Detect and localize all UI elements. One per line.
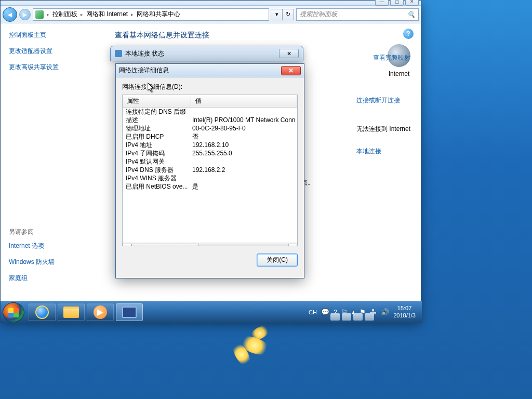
property-value: [192, 157, 296, 166]
property-value: 192.168.2.2: [192, 166, 296, 174]
close-window-button[interactable]: ✕: [405, 0, 419, 6]
property-value: 255.255.255.0: [192, 149, 296, 157]
property-name: IPv4 子网掩码: [124, 149, 192, 157]
nav-toolbar: ◄ ► ▸ 控制面板 ▸ 网络和 Internet ▸ 网络和共享中心 ▾ ↻ …: [1, 6, 421, 23]
vm-disk-icon[interactable]: [330, 313, 340, 321]
address-dropdown-button[interactable]: ▾: [271, 9, 283, 20]
details-property-list[interactable]: 属性 值 连接特定的 DNS 后缀描述Intel(R) PRO/1000 MT …: [122, 95, 298, 246]
property-name: 连接特定的 DNS 后缀: [124, 108, 192, 116]
local-connection-link[interactable]: 本地连接: [356, 147, 410, 156]
property-name: IPv4 WINS 服务器: [124, 174, 192, 182]
chevron-right-icon[interactable]: ▸: [47, 12, 49, 17]
property-value: 00-0C-29-80-95-F0: [192, 124, 296, 132]
breadcrumb-network-internet[interactable]: 网络和 Internet: [86, 10, 128, 19]
property-value: 192.168.2.10: [192, 141, 296, 149]
property-name: 描述: [124, 116, 192, 124]
property-value: [192, 108, 296, 116]
vm-misc-icon[interactable]: [365, 313, 374, 321]
back-button[interactable]: ◄: [3, 7, 17, 22]
sidebar: 控制面板主页 更改适配器设置 更改高级共享设置 另请参阅 Internet 选项…: [1, 23, 104, 307]
tray-messages-icon[interactable]: 💬: [321, 308, 329, 316]
property-value: 否: [192, 132, 296, 141]
property-row[interactable]: IPv4 子网掩码255.255.255.0: [123, 149, 297, 157]
connect-disconnect-link[interactable]: 连接或断开连接: [356, 96, 410, 105]
property-name: IPv4 默认网关: [124, 157, 192, 166]
search-icon[interactable]: 🔍: [407, 11, 415, 18]
chevron-right-icon[interactable]: ▸: [131, 12, 134, 17]
property-row[interactable]: 已启用 NetBIOS ove...是: [123, 182, 297, 191]
property-row[interactable]: 连接特定的 DNS 后缀: [123, 108, 297, 116]
taskbar-wmp[interactable]: ▶: [87, 303, 114, 321]
language-indicator[interactable]: CH: [309, 309, 317, 315]
search-input[interactable]: 搜索控制面板 🔍: [296, 8, 419, 21]
scroll-right-button[interactable]: ►: [288, 244, 297, 247]
property-name: 已启用 DHCP: [124, 132, 192, 141]
property-row[interactable]: IPv4 WINS 服务器: [123, 174, 297, 182]
vm-cd-icon[interactable]: [342, 313, 351, 321]
refresh-button[interactable]: ↻: [283, 9, 294, 20]
address-bar[interactable]: ▸ 控制面板 ▸ 网络和 Internet ▸ 网络和共享中心: [33, 8, 269, 21]
tray-volume-icon[interactable]: 🔊: [381, 308, 389, 316]
network-details-dialog: 网络连接详细信息 ✕ 网络连接详细信息(D): 属性 值 连接特定的 DNS 后…: [115, 63, 304, 278]
chevron-right-icon[interactable]: ▸: [81, 12, 83, 17]
column-value[interactable]: 值: [191, 95, 297, 107]
page-title: 查看基本网络信息并设置连接: [115, 31, 410, 40]
details-list-label: 网络连接详细信息(D):: [122, 83, 298, 91]
details-dialog-title: 网络连接详细信息: [119, 66, 169, 75]
property-row[interactable]: IPv4 地址192.168.2.10: [123, 141, 297, 149]
internet-label: Internet: [388, 70, 410, 77]
taskbar-clock[interactable]: 15:07 2018/1/3: [393, 305, 416, 318]
sidebar-sharing-settings[interactable]: 更改高级共享设置: [9, 63, 96, 72]
sidebar-home[interactable]: 控制面板主页: [9, 31, 96, 39]
minimize-button[interactable]: —: [375, 0, 389, 6]
property-row[interactable]: IPv4 默认网关: [123, 157, 297, 166]
taskbar-ie[interactable]: [29, 303, 56, 321]
property-row[interactable]: 物理地址00-0C-29-80-95-F0: [123, 124, 297, 132]
view-full-map-link[interactable]: 查看完整映射: [373, 54, 410, 62]
property-name: IPv4 地址: [124, 141, 192, 149]
vm-net-icon[interactable]: [353, 313, 363, 321]
monitor-icon: [122, 307, 137, 318]
scroll-track[interactable]: [131, 244, 288, 247]
help-icon[interactable]: ?: [403, 29, 414, 39]
maximize-button[interactable]: ▢: [390, 0, 404, 6]
connection-icon: [115, 50, 122, 57]
local-connection-status-dialog: 本地连接 状态 ✕: [110, 46, 303, 61]
sidebar-homegroup[interactable]: 家庭组: [9, 274, 96, 283]
list-header[interactable]: 属性 值: [123, 95, 297, 108]
sidebar-internet-options[interactable]: Internet 选项: [9, 242, 96, 250]
property-row[interactable]: IPv4 DNS 服务器192.168.2.2: [123, 166, 297, 174]
property-name: 物理地址: [124, 124, 192, 132]
clock-time: 15:07: [393, 305, 416, 312]
breadcrumb-sharing-center[interactable]: 网络和共享中心: [137, 10, 180, 19]
folder-icon: [63, 307, 79, 318]
search-placeholder: 搜索控制面板: [300, 10, 337, 19]
scroll-thumb[interactable]: [131, 244, 199, 247]
start-button[interactable]: [3, 302, 24, 322]
sidebar-firewall[interactable]: Windows 防火墙: [9, 258, 96, 267]
status-dialog-close-button[interactable]: ✕: [279, 49, 299, 58]
property-row[interactable]: 描述Intel(R) PRO/1000 MT Network Conn: [123, 116, 297, 124]
details-titlebar[interactable]: 网络连接详细信息 ✕: [116, 64, 304, 77]
property-value: [192, 174, 296, 182]
forward-button[interactable]: ►: [19, 9, 31, 20]
no-internet-label: 无法连接到 Internet: [356, 125, 410, 134]
property-value: 是: [192, 182, 296, 191]
breadcrumb-control-panel[interactable]: 控制面板: [52, 10, 77, 19]
ie-icon: [35, 305, 49, 319]
scroll-left-button[interactable]: ◄: [123, 244, 131, 247]
property-name: IPv4 DNS 服务器: [124, 166, 192, 174]
horizontal-scrollbar[interactable]: ◄ ►: [123, 243, 297, 246]
details-dialog-close-x[interactable]: ✕: [281, 66, 301, 75]
wmp-icon: ▶: [94, 305, 107, 319]
status-dialog-title: 本地连接 状态: [125, 49, 164, 58]
taskbar-network-center[interactable]: [116, 303, 143, 321]
close-button[interactable]: 关闭(C): [257, 254, 298, 267]
see-also-heading: 另请参阅: [9, 228, 96, 236]
control-panel-icon: [35, 10, 44, 19]
column-property[interactable]: 属性: [123, 95, 191, 107]
sidebar-adapter-settings[interactable]: 更改适配器设置: [9, 47, 96, 56]
property-row[interactable]: 已启用 DHCP否: [123, 132, 297, 141]
taskbar-explorer[interactable]: [58, 303, 85, 321]
clock-date: 2018/1/3: [393, 312, 416, 319]
